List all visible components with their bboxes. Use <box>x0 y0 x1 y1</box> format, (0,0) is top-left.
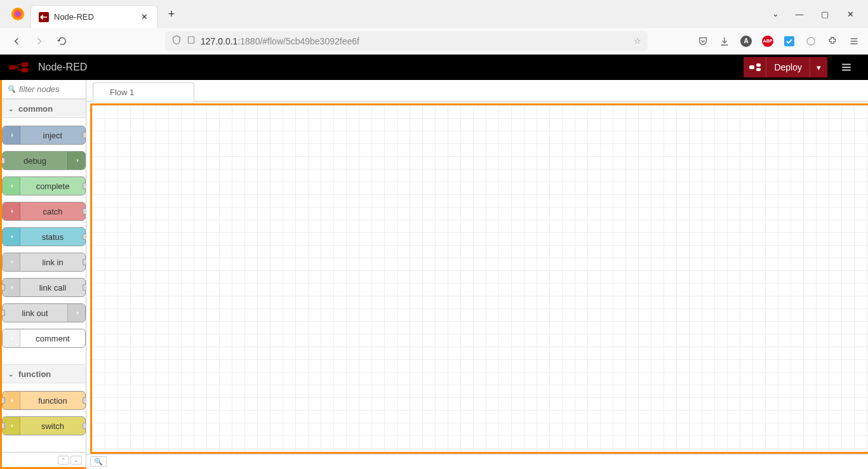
firefox-logo-icon <box>10 6 25 22</box>
expand-all-button[interactable]: ⌄ <box>70 456 82 465</box>
deploy-caret-icon[interactable]: ▾ <box>810 57 827 77</box>
chevron-down-icon: ⌄ <box>8 105 13 112</box>
node-input-port[interactable] <box>2 310 5 316</box>
node-icon <box>3 329 20 347</box>
svg-rect-12 <box>756 68 761 71</box>
bookmark-star-icon[interactable]: ☆ <box>634 36 641 46</box>
node-output-port[interactable] <box>83 397 86 404</box>
node-label: debug <box>3 156 67 166</box>
node-label: catch <box>20 207 85 216</box>
palette-category-function[interactable]: ⌄function <box>2 364 86 383</box>
flow-tab-label: Flow 1 <box>110 88 134 97</box>
shield-icon <box>171 35 182 47</box>
svg-rect-8 <box>22 62 29 67</box>
palette-node-function[interactable]: function <box>2 391 86 410</box>
app-title: Node-RED <box>38 62 87 73</box>
svg-point-6 <box>807 37 815 45</box>
node-icon <box>3 228 20 246</box>
chevron-down-icon: ⌄ <box>8 371 13 378</box>
node-output-port[interactable] <box>83 259 86 265</box>
back-button[interactable] <box>8 32 25 50</box>
palette-footer: ⌃ ⌄ <box>2 452 86 467</box>
navigator-button[interactable]: 🔍 <box>90 456 107 467</box>
palette-node-complete[interactable]: complete <box>2 176 86 195</box>
node-icon <box>3 177 20 195</box>
deploy-button[interactable]: Deploy ▾ <box>744 57 827 77</box>
palette-node-inject[interactable]: inject <box>2 126 86 145</box>
node-output-port[interactable] <box>83 284 86 291</box>
palette-node-debug[interactable]: debug <box>2 151 86 170</box>
main-menu-button[interactable] <box>834 57 859 77</box>
palette-node-comment[interactable]: comment <box>2 329 86 348</box>
url-bar[interactable]: 127.0.0.1:1880/#flow/5cb49be3092fee6f ☆ <box>165 31 648 51</box>
flow-tab[interactable]: Flow 1 <box>93 83 194 102</box>
svg-rect-11 <box>756 63 761 67</box>
node-label: complete <box>20 182 85 191</box>
node-output-port[interactable] <box>83 234 86 240</box>
browser-toolbar: 127.0.0.1:1880/#flow/5cb49be3092fee6f ☆ … <box>0 28 868 55</box>
nodered-header: Node-RED Deploy ▾ <box>0 55 868 80</box>
extensions-icon[interactable] <box>826 35 839 48</box>
node-label: link call <box>20 283 85 293</box>
palette-node-catch[interactable]: catch <box>2 202 86 221</box>
app-menu-icon[interactable] <box>848 35 860 48</box>
node-label: comment <box>20 334 85 343</box>
window-dropdown-icon[interactable]: ⌄ <box>772 9 779 19</box>
node-output-port[interactable] <box>83 183 86 189</box>
palette-node-switch[interactable]: switch <box>2 416 86 435</box>
node-icon <box>3 279 20 296</box>
new-tab-button[interactable]: + <box>163 5 180 23</box>
node-label: function <box>20 396 85 406</box>
flow-canvas[interactable] <box>92 105 868 454</box>
palette-filter[interactable]: 🔍 <box>2 80 86 99</box>
palette-node-link-out[interactable]: link out <box>2 303 86 322</box>
extension-circle-icon[interactable] <box>805 35 817 48</box>
url-text: 127.0.0.1:1880/#flow/5cb49be3092fee6f <box>201 36 629 46</box>
node-icon <box>3 253 20 271</box>
node-input-port[interactable] <box>2 397 5 404</box>
page-info-icon[interactable] <box>187 36 196 46</box>
nodered-logo-icon <box>9 61 32 74</box>
palette-node-link-in[interactable]: link in <box>2 253 86 272</box>
filter-nodes-input[interactable] <box>19 84 81 94</box>
favicon-icon <box>39 12 49 22</box>
collapse-all-button[interactable]: ⌃ <box>58 456 69 465</box>
workspace: Flow 1 + ▾ 🔍 ⊡ − ○ + <box>86 80 868 469</box>
node-label: switch <box>20 421 85 431</box>
browser-titlebar: Node-RED ✕ + ⌄ — ▢ ✕ <box>0 0 868 28</box>
close-tab-button[interactable]: ✕ <box>139 12 149 22</box>
node-icon <box>3 202 20 220</box>
node-input-port[interactable] <box>2 284 5 291</box>
deploy-icon <box>744 57 766 77</box>
maximize-button[interactable]: ▢ <box>820 9 830 19</box>
close-window-button[interactable]: ✕ <box>845 9 855 19</box>
deploy-label: Deploy <box>766 62 810 72</box>
palette-node-link-call[interactable]: link call <box>2 278 86 297</box>
node-input-port[interactable] <box>2 157 5 164</box>
extension-a-icon[interactable]: A <box>740 35 752 48</box>
node-output-port[interactable] <box>83 208 86 215</box>
browser-tab[interactable]: Node-RED ✕ <box>30 5 157 28</box>
node-output-port[interactable] <box>83 132 86 138</box>
reload-button[interactable] <box>53 32 71 50</box>
download-icon[interactable] <box>718 35 731 48</box>
node-label: inject <box>20 131 85 140</box>
svg-rect-7 <box>9 65 16 69</box>
node-label: status <box>20 232 85 242</box>
node-icon <box>67 152 85 169</box>
node-label: link out <box>3 308 67 318</box>
node-output-port[interactable] <box>83 423 86 429</box>
palette-node-status[interactable]: status <box>2 227 86 246</box>
search-icon: 🔍 <box>7 85 16 93</box>
abp-icon[interactable]: ABP <box>761 35 774 48</box>
minimize-button[interactable]: — <box>794 9 805 19</box>
palette-category-common[interactable]: ⌄common <box>2 99 86 118</box>
palette-list: ⌄commoninjectdebugcompletecatchstatuslin… <box>2 99 86 452</box>
node-icon <box>3 126 20 144</box>
canvas-viewport[interactable] <box>90 103 868 454</box>
forward-button[interactable] <box>30 32 48 50</box>
extension-blue-icon[interactable] <box>783 35 796 48</box>
pocket-icon[interactable] <box>697 35 709 48</box>
svg-point-2 <box>16 12 20 16</box>
node-input-port[interactable] <box>2 423 5 429</box>
